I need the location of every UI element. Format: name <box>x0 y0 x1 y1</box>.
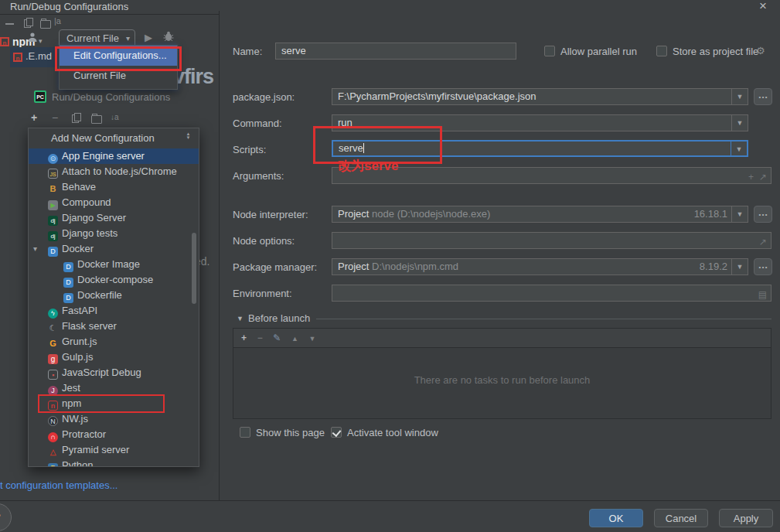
edit-templates-link[interactable]: t configuration templates... <box>0 479 118 491</box>
chevron-down-icon: ▾ <box>39 37 43 45</box>
config-type-item[interactable]: ▪JavaScript Debug <box>29 365 199 380</box>
command-combo[interactable]: run ▼ <box>332 114 748 131</box>
allow-parallel-run-checkbox[interactable] <box>544 46 555 56</box>
config-type-item[interactable]: NNW.js <box>29 411 199 427</box>
move-down-icon[interactable]: ▼ <box>309 335 316 343</box>
run-debug-configurations-dialog: Run/Debug Configurations × |a n npm n .E… <box>0 0 780 532</box>
user-profile-icon[interactable]: ▾ <box>27 32 43 46</box>
package-manager-browse-button[interactable]: … <box>754 258 772 275</box>
collapse-icon[interactable]: ▲▼ <box>184 132 192 140</box>
command-value: run <box>338 117 353 128</box>
run-menu-item[interactable]: Current File <box>60 66 177 86</box>
config-type-item[interactable]: DDocker Image <box>29 257 199 272</box>
command-label: Command: <box>233 118 282 129</box>
config-type-item[interactable]: nnpm <box>29 396 199 411</box>
gulp-js-icon: g <box>48 354 58 364</box>
config-type-label: Grunt.js <box>62 336 97 347</box>
config-type-label: Flask server <box>62 320 117 332</box>
config-type-label: App Engine server <box>62 150 145 162</box>
run-menu-item[interactable]: Edit Configurations... <box>60 46 177 66</box>
config-type-label: Behave <box>62 181 96 193</box>
npm-icon: n <box>48 401 58 411</box>
remove-task-icon[interactable]: − <box>257 332 263 343</box>
add-configuration-icon[interactable]: + <box>31 111 37 124</box>
scripts-label: Scripts: <box>233 144 266 155</box>
apply-button[interactable]: Apply <box>719 509 773 527</box>
config-type-item[interactable]: JJest <box>29 380 199 396</box>
config-type-item[interactable]: DDocker-compose <box>29 272 199 288</box>
remove-configuration-icon[interactable]: − <box>52 111 58 124</box>
npm-icon: n <box>13 53 22 62</box>
chevron-down-icon[interactable]: ▼ <box>731 206 748 222</box>
config-type-item[interactable]: BBehave <box>29 179 199 195</box>
store-as-project-file-checkbox[interactable] <box>656 46 667 56</box>
config-type-item[interactable]: DDockerfile <box>29 288 199 303</box>
cancel-button[interactable]: Cancel <box>654 509 708 527</box>
chevron-down-icon[interactable]: ▼ <box>731 259 748 275</box>
config-type-label: Docker-compose <box>77 274 153 285</box>
chevron-down-icon[interactable]: ▼ <box>731 115 748 131</box>
run-icon[interactable]: ▶ <box>145 32 152 43</box>
activate-tool-window-checkbox[interactable] <box>331 427 342 438</box>
browse-list-icon[interactable]: ▤ <box>758 287 767 302</box>
behave-icon: B <box>48 184 58 194</box>
ok-button[interactable]: OK <box>589 509 643 527</box>
config-type-item[interactable]: JSAttach to Node.js/Chrome <box>29 164 199 179</box>
debug-bug-icon[interactable] <box>163 31 174 45</box>
config-type-item[interactable]: ϟFastAPI <box>29 303 199 319</box>
config-type-item[interactable]: ⊙App Engine server <box>29 148 199 164</box>
name-input[interactable]: serve <box>275 43 516 60</box>
add-icon[interactable]: + <box>748 169 754 185</box>
move-up-icon[interactable]: ▲ <box>291 335 298 343</box>
expand-icon[interactable]: ↗ <box>759 234 767 250</box>
config-type-item[interactable]: ∩Protractor <box>29 427 199 442</box>
config-type-label: Pyramid server <box>62 444 129 455</box>
package-manager-combo[interactable]: Project D:\nodejs\npm.cmd 8.19.2 ▼ <box>332 258 748 275</box>
config-type-item[interactable]: ▾DDocker <box>29 241 199 257</box>
new-folder-icon[interactable] <box>91 115 102 124</box>
config-type-item[interactable]: djDjango Server <box>29 210 199 226</box>
config-type-item[interactable]: gGulp.js <box>29 350 199 365</box>
copy-configuration-icon[interactable] <box>72 113 80 122</box>
configuration-type-list: ⊙App Engine serverJSAttach to Node.js/Ch… <box>29 148 199 466</box>
show-this-page-checkbox[interactable] <box>240 427 250 438</box>
store-as-project-file-label: Store as project file <box>673 46 758 57</box>
config-type-label: Python <box>62 459 93 467</box>
config-type-item[interactable]: ☾Flask server <box>29 319 199 334</box>
config-type-item[interactable]: ▶Compound <box>29 195 199 210</box>
config-type-item[interactable]: djDjango tests <box>29 226 199 241</box>
config-type-item[interactable]: △Pyramid server <box>29 442 199 458</box>
add-task-icon[interactable]: + <box>241 332 247 343</box>
node-interpreter-combo[interactable]: Project node (D:\nodejs\node.exe) 16.18.… <box>332 206 748 223</box>
expand-icon[interactable]: ↗ <box>759 169 767 185</box>
chevron-down-icon[interactable]: ▼ <box>731 142 747 155</box>
scrollbar-thumb[interactable] <box>192 233 196 304</box>
help-button[interactable]: ? <box>0 503 12 531</box>
config-type-label: Docker <box>62 243 94 254</box>
add-new-configuration-popup: Add New Configuration ▲▼ ⊙App Engine ser… <box>28 128 199 467</box>
protractor-icon: ∩ <box>48 432 58 442</box>
config-type-label: JavaScript Debug <box>62 367 141 378</box>
pyramid-server-icon: △ <box>48 447 58 457</box>
package-json-label: package.json: <box>233 91 295 103</box>
chevron-down-icon[interactable]: ▾ <box>33 241 37 257</box>
chevron-down-icon[interactable]: ▼ <box>731 89 748 104</box>
config-type-label: FastAPI <box>62 305 97 316</box>
package-json-browse-button[interactable]: … <box>754 88 772 105</box>
environment-input[interactable]: ▤ <box>332 285 771 302</box>
config-type-item[interactable]: GGrunt.js <box>29 334 199 350</box>
node-interpreter-browse-button[interactable]: … <box>754 206 772 223</box>
popup-header-label: Add New Configuration <box>51 132 155 144</box>
copy-icon <box>24 18 32 27</box>
config-type-item[interactable]: PPython <box>29 458 199 467</box>
sort-configurations-icon[interactable]: ↓a <box>111 113 119 121</box>
collapse-triangle-icon[interactable]: ▼ <box>237 315 244 322</box>
node-options-input[interactable]: ↗ <box>332 232 771 249</box>
scripts-combo[interactable]: serve ▼ <box>332 140 748 157</box>
arguments-input[interactable]: + ↗ <box>332 167 771 184</box>
arguments-label: Arguments: <box>233 170 284 182</box>
edit-task-icon[interactable]: ✎ <box>273 332 281 343</box>
package-json-combo[interactable]: F:\PycharmProjects\myfirstvue\package.js… <box>332 88 748 105</box>
docker-icon: D <box>48 247 58 257</box>
gear-icon[interactable]: ⚙ <box>756 45 765 56</box>
